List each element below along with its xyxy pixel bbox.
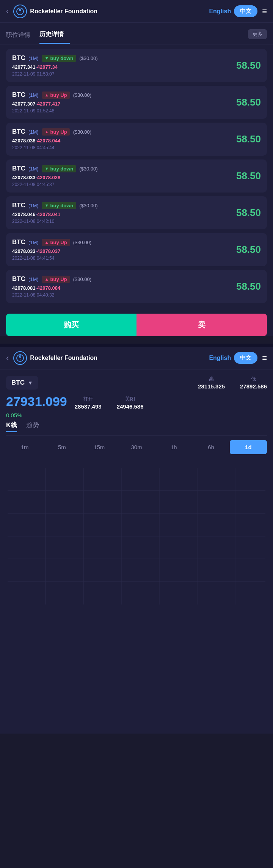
trade-symbol: BTC [12,202,25,209]
tabs-row: 职位详情 历史详情 更多 [0,23,273,44]
trade-amount: ($30.00) [79,166,97,172]
trade-card: BTC (1M) ▼ buy down ($30.00) 42078.046-4… [6,196,267,229]
sell-button[interactable]: 卖 [136,314,267,336]
menu-icon[interactable]: ≡ [262,6,267,16]
trade-profit: 58.50 [231,60,261,71]
kline-tab[interactable]: K线 [6,421,17,432]
trade-profit: 58.50 [231,244,261,256]
time-tab-15m[interactable]: 15m [81,440,118,454]
high-value: 28115.325 [198,383,225,390]
symbol-row: BTC ▼ 高 28115.325 低 27892.586 [6,376,267,390]
close-value: 24946.586 [117,403,144,410]
trade-profit: 58.50 [231,96,261,108]
low-value: 27892.586 [240,383,267,390]
trade-card: BTC (1M) ▼ buy down ($30.00) 42078.033-4… [6,159,267,193]
time-tab-30m[interactable]: 30m [118,440,155,454]
trade-symbol: BTC [12,91,25,99]
trade-prices: 42077.341-42077.34 [12,64,231,70]
chinese-lang-btn[interactable]: 中文 [234,5,257,17]
trade-info: BTC (1M) ▼ buy down ($30.00) 42078.046-4… [12,202,231,224]
direction-icon: ▼ [45,203,49,208]
back-button[interactable]: ‹ [6,6,9,16]
time-tab-1d[interactable]: 1d [230,440,267,454]
trade-period: (1M) [28,166,39,172]
trade-period: (1M) [28,203,39,208]
direction-icon: ▼ [45,56,49,60]
symbol-selector[interactable]: BTC ▼ [6,376,38,390]
trade-prices: 42078.038-42078.044 [12,138,231,144]
time-tab-6h[interactable]: 6h [192,440,229,454]
trade-date: 2022-11-08 04:40:32 [12,292,231,298]
trade-info: BTC (1M) ▲ buy Up ($30.00) 42078.038-420… [12,128,231,150]
trade-prices: 42078.081-42078.084 [12,285,231,291]
chart-mode-row: K线 趋势 [6,421,267,436]
trade-date: 2022-11-08 04:42:10 [12,219,231,224]
stat-open: 打开 28537.493 [75,396,102,410]
trade-direction: ▲ buy Up [42,128,70,136]
nav-header-2: ‹ Rockefeller Foundation English 中文 ≡ [0,347,273,369]
direction-icon: ▲ [45,240,49,245]
section2-market: ‹ Rockefeller Foundation English 中文 ≡ BT… [0,344,273,734]
trade-amount: ($30.00) [79,55,97,61]
back-button-2[interactable]: ‹ [6,353,9,363]
market-change: 0.05% [6,412,67,418]
trade-amount: ($30.00) [73,276,91,282]
svg-point-4 [20,13,20,13]
action-buttons: 购买 卖 [6,314,267,336]
trade-top: BTC (1M) ▲ buy Up ($30.00) [12,238,231,246]
trade-direction: ▲ buy Up [42,276,70,283]
trade-amount: ($30.00) [73,129,91,135]
english-lang-btn[interactable]: English [209,8,231,15]
brand-name: Rockefeller Foundation [30,8,97,15]
trade-direction: ▼ buy down [42,165,77,172]
trade-date: 2022-11-09 01:52:48 [12,108,231,114]
svg-point-3 [20,9,20,10]
time-tab-1m[interactable]: 1m [6,440,43,454]
trade-top: BTC (1M) ▼ buy down ($30.00) [12,165,231,172]
trade-symbol: BTC [12,165,25,172]
high-label: 高 [198,376,225,382]
direction-icon: ▲ [45,93,49,97]
stat-high: 高 28115.325 [198,376,225,390]
tab-history[interactable]: 历史详情 [39,27,70,44]
trade-profit: 58.50 [231,170,261,182]
buy-button[interactable]: 购买 [6,314,136,336]
trade-date: 2022-11-08 04:45:37 [12,182,231,187]
trade-prices: 42078.033-42078.037 [12,248,231,254]
time-tab-5m[interactable]: 5m [43,440,80,454]
time-tab-1h[interactable]: 1h [155,440,192,454]
trade-top: BTC (1M) ▲ buy Up ($30.00) [12,128,231,136]
stat-low: 低 27892.586 [240,376,267,390]
trade-symbol: BTC [12,275,25,283]
chart-svg [8,468,265,604]
trade-info: BTC (1M) ▲ buy Up ($30.00) 42078.081-420… [12,275,231,298]
chart-area [6,460,267,612]
tab-position[interactable]: 职位详情 [6,28,36,44]
trend-tab[interactable]: 趋势 [26,421,39,432]
trade-top: BTC (1M) ▼ buy down ($30.00) [12,54,231,62]
remaining-space [0,620,273,734]
trade-period: (1M) [28,129,39,135]
svg-point-9 [20,359,20,360]
trade-amount: ($30.00) [79,203,97,208]
logo-icon [13,5,27,18]
time-tabs: 1m5m15m30m1h6h1d [6,440,267,454]
more-button[interactable]: 更多 [248,29,267,39]
menu-icon-2[interactable]: ≡ [262,353,267,363]
brand-logo-2: Rockefeller Foundation [13,351,209,365]
direction-icon: ▼ [45,166,49,171]
trade-card: BTC (1M) ▲ buy Up ($30.00) 42078.081-420… [6,270,267,303]
trade-prices: 42078.046-42078.041 [12,211,231,217]
brand-name-2: Rockefeller Foundation [30,355,97,361]
english-lang-btn-2[interactable]: English [209,355,231,361]
direction-icon: ▲ [45,277,49,281]
brand-logo: Rockefeller Foundation [13,5,209,18]
chart-section: K线 趋势 1m5m15m30m1h6h1d [0,421,273,612]
close-label: 关闭 [117,396,144,402]
chinese-lang-btn-2[interactable]: 中文 [234,352,257,364]
svg-point-8 [20,356,20,357]
trade-direction: ▲ buy Up [42,239,70,246]
trade-symbol: BTC [12,128,25,136]
section1-history: ‹ Rockefeller Foundation English 中文 ≡ 职位… [0,0,273,336]
trade-period: (1M) [28,92,39,98]
